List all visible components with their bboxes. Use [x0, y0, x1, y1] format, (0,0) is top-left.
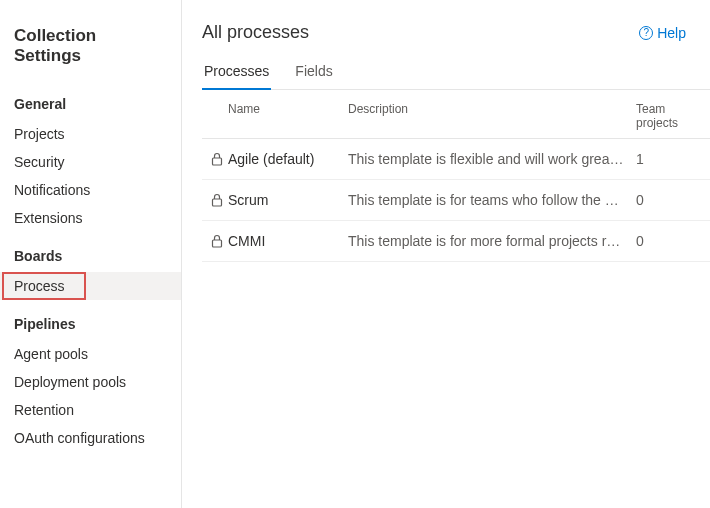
svg-rect-0	[213, 158, 222, 165]
help-link[interactable]: ? Help	[639, 25, 686, 41]
section-boards-label: Boards	[0, 240, 181, 272]
table-row[interactable]: Scrum This template is for teams who fol…	[202, 180, 710, 221]
header-row: All processes ? Help	[202, 22, 710, 43]
section-pipelines-label: Pipelines	[0, 308, 181, 340]
sidebar: Collection Settings General Projects Sec…	[0, 0, 182, 508]
svg-rect-2	[213, 240, 222, 247]
lock-icon	[206, 193, 228, 207]
table-header: Name Description Team projects	[202, 90, 710, 139]
process-team-count: 0	[636, 233, 706, 249]
process-team-count: 1	[636, 151, 706, 167]
process-team-count: 0	[636, 192, 706, 208]
section-general-label: General	[0, 88, 181, 120]
lock-icon	[206, 234, 228, 248]
page-title: All processes	[202, 22, 309, 43]
tabs: Processes Fields	[202, 57, 710, 90]
main-content: All processes ? Help Processes Fields Na…	[182, 0, 710, 508]
sidebar-item-extensions[interactable]: Extensions	[0, 204, 181, 232]
sidebar-item-agent-pools[interactable]: Agent pools	[0, 340, 181, 368]
sidebar-item-projects[interactable]: Projects	[0, 120, 181, 148]
svg-rect-1	[213, 199, 222, 206]
table-row[interactable]: CMMI This template is for more formal pr…	[202, 221, 710, 262]
process-name: CMMI	[228, 233, 348, 249]
sidebar-item-deployment-pools[interactable]: Deployment pools	[0, 368, 181, 396]
process-description: This template is for more formal project…	[348, 233, 636, 249]
tab-fields[interactable]: Fields	[293, 57, 334, 89]
column-team-projects[interactable]: Team projects	[636, 102, 706, 130]
process-description: This template is for teams who follow th…	[348, 192, 636, 208]
sidebar-item-retention[interactable]: Retention	[0, 396, 181, 424]
sidebar-item-process[interactable]: Process	[0, 272, 181, 300]
sidebar-item-oauth-configurations[interactable]: OAuth configurations	[0, 424, 181, 452]
sidebar-item-label: Process	[14, 278, 65, 294]
process-description: This template is flexible and will work …	[348, 151, 636, 167]
process-name: Agile (default)	[228, 151, 348, 167]
sidebar-title: Collection Settings	[0, 20, 181, 80]
tab-processes[interactable]: Processes	[202, 57, 271, 89]
process-name: Scrum	[228, 192, 348, 208]
column-name[interactable]: Name	[228, 102, 348, 130]
column-description[interactable]: Description	[348, 102, 636, 130]
sidebar-item-security[interactable]: Security	[0, 148, 181, 176]
help-label: Help	[657, 25, 686, 41]
help-icon: ?	[639, 26, 653, 40]
lock-icon	[206, 152, 228, 166]
table-row[interactable]: Agile (default) This template is flexibl…	[202, 139, 710, 180]
sidebar-item-notifications[interactable]: Notifications	[0, 176, 181, 204]
